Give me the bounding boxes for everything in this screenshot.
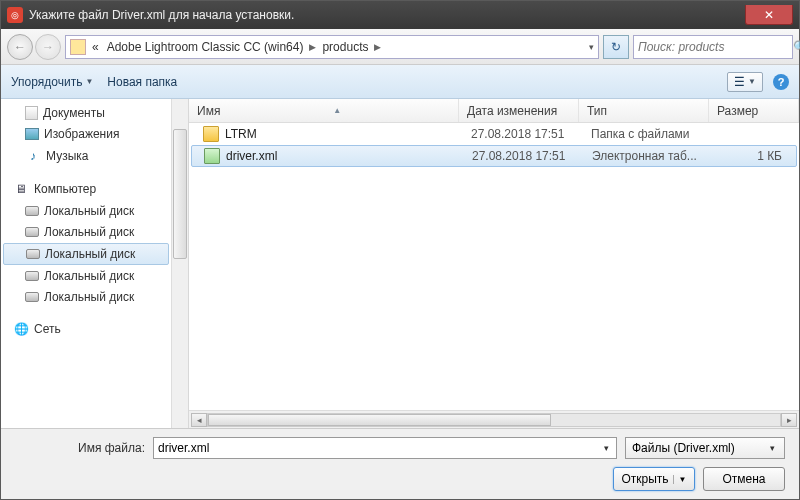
file-row-folder[interactable]: LTRM 27.08.2018 17:51 Папка с файлами — [189, 123, 799, 145]
chevron-down-icon: ▼ — [748, 77, 756, 86]
back-button[interactable]: ← — [7, 34, 33, 60]
new-folder-button[interactable]: Новая папка — [107, 75, 177, 89]
computer-icon: 🖥 — [13, 181, 29, 197]
scroll-left-button[interactable]: ◂ — [191, 413, 207, 427]
disk-icon — [25, 271, 39, 281]
search-icon: 🔍 — [793, 40, 800, 54]
disk-icon — [26, 249, 40, 259]
search-input[interactable] — [638, 40, 789, 54]
open-button[interactable]: Открыть ▼ — [613, 467, 695, 491]
scrollbar-thumb[interactable] — [173, 129, 187, 259]
chevron-down-icon: ▼ — [85, 77, 93, 86]
toolbar: Упорядочить ▼ Новая папка ☰ ▼ ? — [1, 65, 799, 99]
filename-label: Имя файла: — [15, 441, 145, 455]
list-icon: ☰ — [734, 75, 745, 89]
disk-icon — [25, 292, 39, 302]
horizontal-scrollbar[interactable]: ◂ ▸ — [189, 410, 799, 428]
chevron-down-icon: ▾ — [767, 443, 778, 453]
scrollbar-track[interactable] — [207, 413, 781, 427]
document-icon — [25, 106, 38, 120]
scroll-right-button[interactable]: ▸ — [781, 413, 797, 427]
file-open-dialog: ◎ Укажите файл Driver.xml для начала уст… — [0, 0, 800, 500]
sidebar-group-network[interactable]: 🌐 Сеть — [1, 318, 171, 340]
network-icon: 🌐 — [13, 321, 29, 337]
sidebar-item-music[interactable]: ♪ Музыка — [1, 145, 171, 167]
navigation-bar: ← → « Adobe Lightroom Classic CC (win64)… — [1, 29, 799, 65]
column-date[interactable]: Дата изменения — [459, 99, 579, 122]
chevron-down-icon[interactable]: ▾ — [601, 443, 612, 453]
arrow-right-icon: → — [42, 40, 54, 54]
file-filter-combobox[interactable]: Файлы (Driver.xml) ▾ — [625, 437, 785, 459]
file-row-xml[interactable]: driver.xml 27.08.2018 17:51 Электронная … — [191, 145, 797, 167]
scrollbar-thumb[interactable] — [208, 414, 551, 426]
column-size[interactable]: Размер — [709, 99, 799, 122]
sidebar: Документы Изображения ♪ Музыка 🖥 Компьют… — [1, 99, 171, 428]
address-bar[interactable]: « Adobe Lightroom Classic CC (win64) ▶ p… — [65, 35, 599, 59]
chevron-right-icon: ▶ — [309, 42, 316, 52]
view-mode-button[interactable]: ☰ ▼ — [727, 72, 763, 92]
organize-menu[interactable]: Упорядочить ▼ — [11, 75, 93, 89]
folder-icon — [203, 126, 219, 142]
chevron-right-icon: ▶ — [374, 42, 381, 52]
disk-icon — [25, 206, 39, 216]
column-type[interactable]: Тип — [579, 99, 709, 122]
breadcrumb-item[interactable]: products — [320, 40, 370, 54]
help-button[interactable]: ? — [773, 74, 789, 90]
sidebar-item-documents[interactable]: Документы — [1, 103, 171, 123]
file-list[interactable]: LTRM 27.08.2018 17:51 Папка с файлами dr… — [189, 123, 799, 410]
folder-icon — [70, 39, 86, 55]
close-button[interactable]: ✕ — [745, 5, 793, 25]
sidebar-item-images[interactable]: Изображения — [1, 124, 171, 144]
breadcrumb-item[interactable]: Adobe Lightroom Classic CC (win64) — [105, 40, 306, 54]
close-icon: ✕ — [764, 8, 774, 22]
dialog-footer: Имя файла: ▾ Файлы (Driver.xml) ▾ Открыт… — [1, 428, 799, 499]
titlebar[interactable]: ◎ Укажите файл Driver.xml для начала уст… — [1, 1, 799, 29]
sidebar-item-disk[interactable]: Локальный диск — [1, 287, 171, 307]
arrow-left-icon: ← — [14, 40, 26, 54]
file-list-area: Имя ▲ Дата изменения Тип Размер LTRM 27.… — [189, 99, 799, 428]
refresh-icon: ↻ — [611, 40, 621, 54]
sidebar-item-disk[interactable]: Локальный диск — [1, 201, 171, 221]
breadcrumb-prefix: « — [90, 40, 101, 54]
sidebar-item-disk[interactable]: Локальный диск — [1, 266, 171, 286]
xml-file-icon — [204, 148, 220, 164]
cancel-button[interactable]: Отмена — [703, 467, 785, 491]
column-headers: Имя ▲ Дата изменения Тип Размер — [189, 99, 799, 123]
images-icon — [25, 128, 39, 140]
music-icon: ♪ — [25, 148, 41, 164]
disk-icon — [25, 227, 39, 237]
sidebar-group-computer[interactable]: 🖥 Компьютер — [1, 178, 171, 200]
sidebar-item-disk[interactable]: Локальный диск — [1, 222, 171, 242]
search-box[interactable]: 🔍 — [633, 35, 793, 59]
body: Документы Изображения ♪ Музыка 🖥 Компьют… — [1, 99, 799, 428]
sort-asc-icon: ▲ — [333, 106, 341, 115]
address-dropdown[interactable]: ▾ — [589, 42, 594, 52]
forward-button[interactable]: → — [35, 34, 61, 60]
refresh-button[interactable]: ↻ — [603, 35, 629, 59]
filename-input[interactable] — [158, 441, 601, 455]
sidebar-scrollbar[interactable] — [171, 99, 188, 428]
window-title: Укажите файл Driver.xml для начала устан… — [29, 8, 745, 22]
filename-combobox[interactable]: ▾ — [153, 437, 617, 459]
sidebar-item-disk[interactable]: Локальный диск — [3, 243, 169, 265]
column-name[interactable]: Имя ▲ — [189, 99, 459, 122]
app-icon: ◎ — [7, 7, 23, 23]
chevron-down-icon: ▼ — [673, 475, 687, 484]
